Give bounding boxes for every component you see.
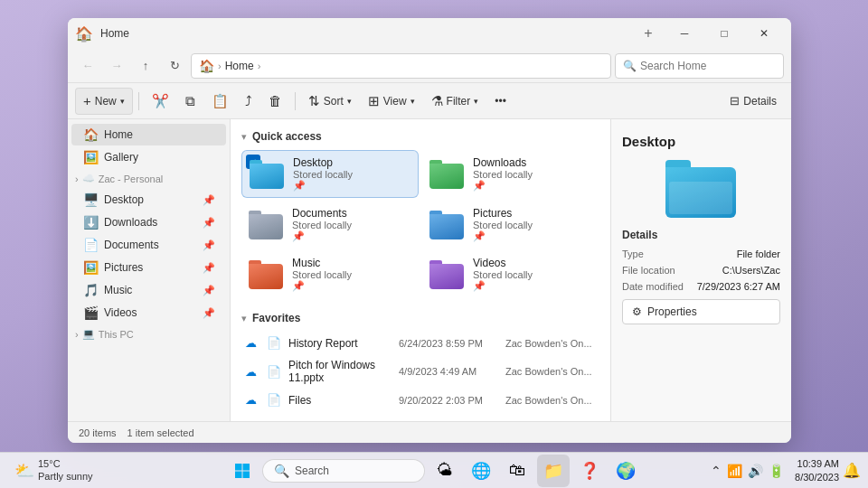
modified-row: Date modified 7/29/2023 6:27 AM: [622, 281, 780, 292]
cloud-sync-icon2: ☁: [245, 365, 259, 379]
cut-button[interactable]: ✂️: [145, 88, 176, 115]
battery-icon[interactable]: 🔋: [769, 464, 784, 478]
refresh-button[interactable]: ↻: [162, 53, 187, 79]
paste-button[interactable]: 📋: [204, 88, 236, 115]
big-folder-body: [665, 167, 736, 218]
taskbar: ⛅ 15°C Partly sunny 🔍 Search 🌤 🌐 🛍 📁 ❓ 🌍: [0, 452, 868, 488]
expand-thispc-icon: ›: [75, 329, 79, 340]
sidebar-expand-zac[interactable]: › ☁️ Zac - Personal: [68, 169, 230, 188]
help-button[interactable]: ❓: [573, 455, 606, 487]
file-explorer-taskbar-btn[interactable]: 📁: [537, 455, 570, 487]
sort-button[interactable]: ⇅ Sort ▾: [301, 88, 359, 115]
filter-chevron-icon: ▾: [474, 97, 478, 106]
favorites-header[interactable]: ▾ Favorites: [241, 312, 599, 324]
pin-marker-music: 📌: [292, 280, 411, 292]
tray-expand-icon[interactable]: ⌃: [711, 464, 722, 478]
home-sidebar-icon: 🏠: [82, 127, 99, 142]
qa-item-desktop[interactable]: ✓ Desktop Stored locally 📌: [241, 150, 419, 198]
new-tab-button[interactable]: +: [636, 21, 661, 46]
toolbar-separator2: [295, 92, 296, 110]
desktop-folder-icon: [250, 160, 286, 189]
clock-date: 8/30/2023: [795, 471, 839, 483]
sidebar-item-music[interactable]: 🎵 Music 📌: [71, 279, 226, 301]
qa-item-videos[interactable]: Videos Stored locally 📌: [422, 251, 599, 297]
breadcrumb-home-icon: 🏠: [199, 59, 214, 73]
pin-icon-doc: 📌: [203, 239, 215, 251]
notification-bell-icon[interactable]: 🔔: [843, 462, 861, 479]
details-panel-title: Desktop: [622, 134, 780, 149]
view-button[interactable]: ⊞ View ▾: [361, 88, 422, 115]
more-button[interactable]: •••: [487, 88, 514, 115]
view-chevron-icon: ▾: [410, 97, 415, 106]
system-clock[interactable]: 10:39 AM 8/30/2023: [795, 457, 839, 483]
quick-access-header[interactable]: ▾ Quick access: [241, 130, 599, 143]
weather-temp: 15°C: [38, 458, 93, 470]
paste-icon: 📋: [212, 93, 229, 109]
wifi-icon[interactable]: 📶: [727, 464, 742, 478]
copy-button[interactable]: ⧉: [178, 88, 203, 115]
details-icon: ⊟: [730, 94, 740, 108]
forward-button[interactable]: →: [104, 53, 129, 79]
sidebar-expand-thispc[interactable]: › 💻 This PC: [68, 324, 230, 343]
widgets-button[interactable]: 🌤: [429, 455, 461, 487]
breadcrumb-home[interactable]: Home: [225, 60, 254, 72]
pictures-info: Pictures Stored locally 📌: [473, 207, 592, 242]
close-button[interactable]: ✕: [744, 18, 784, 49]
weather-widget[interactable]: ⛅ 15°C Partly sunny: [7, 455, 100, 485]
share-icon: ⤴: [245, 93, 252, 108]
up-button[interactable]: ↑: [133, 53, 158, 79]
new-chevron-icon: ▾: [120, 97, 125, 106]
taskbar-search-text: Search: [295, 465, 329, 477]
system-tray: ⌃ 📶 🔊 🔋: [703, 460, 791, 482]
fav-item-pitch[interactable]: ☁ 📄 Pitch for Windows 11.pptx 4/9/2023 4…: [241, 354, 599, 389]
qa-chevron-icon: ▾: [241, 131, 247, 143]
edge-button[interactable]: 🌐: [465, 455, 497, 487]
location-label: File location: [622, 265, 675, 276]
share-button[interactable]: ⤴: [238, 88, 259, 115]
properties-button[interactable]: ⚙ Properties: [622, 299, 780, 324]
cloud-sync-icon3: ☁: [245, 393, 259, 407]
sidebar-item-downloads[interactable]: ⬇️ Downloads 📌: [71, 211, 226, 233]
start-button[interactable]: [226, 455, 259, 487]
cut-icon: ✂️: [152, 93, 169, 109]
fav-item-history[interactable]: ☁ 📄 History Report 6/24/2023 8:59 PM Zac…: [241, 332, 599, 354]
delete-button[interactable]: 🗑: [261, 88, 289, 115]
qa-item-documents[interactable]: Documents Stored locally 📌: [241, 202, 419, 248]
qa-item-downloads[interactable]: Downloads Stored locally 📌: [422, 150, 599, 198]
search-icon: 🔍: [623, 60, 637, 72]
filter-button[interactable]: ⚗ Filter ▾: [424, 88, 486, 115]
search-input[interactable]: [640, 60, 776, 72]
taskbar-search[interactable]: 🔍 Search: [262, 459, 425, 483]
favorites-title: Favorites: [252, 312, 300, 324]
volume-icon[interactable]: 🔊: [748, 464, 763, 478]
fav-item-files[interactable]: ☁ 📄 Files 9/20/2022 2:03 PM Zac Bowden's…: [241, 389, 599, 411]
minimize-button[interactable]: ─: [665, 18, 704, 49]
file-icon-files: 📄: [267, 393, 281, 407]
browser-button[interactable]: 🌍: [609, 455, 642, 487]
maximize-button[interactable]: □: [704, 18, 744, 49]
sort-chevron-icon: ▾: [347, 97, 352, 106]
gallery-sidebar-icon: 🖼️: [82, 150, 99, 164]
downloads-info: Downloads Stored locally 📌: [473, 156, 592, 192]
sidebar-item-home[interactable]: 🏠 Home: [71, 124, 226, 145]
store-button[interactable]: 🛍: [501, 455, 533, 487]
new-button[interactable]: + New ▾: [75, 88, 133, 115]
details-button[interactable]: ⊟ Details: [722, 90, 784, 111]
back-button[interactable]: ←: [75, 53, 100, 79]
quick-access-grid: ✓ Desktop Stored locally 📌: [241, 150, 599, 297]
qa-item-music[interactable]: Music Stored locally 📌: [241, 251, 419, 297]
sidebar-item-gallery[interactable]: 🖼️ Gallery: [71, 146, 226, 168]
sidebar-item-desktop[interactable]: 🖥️ Desktop 📌: [71, 189, 226, 211]
status-bar: 20 items 1 item selected: [68, 421, 791, 443]
search-box[interactable]: 🔍: [615, 53, 784, 79]
qa-item-pictures[interactable]: Pictures Stored locally 📌: [422, 202, 599, 248]
sidebar-item-videos[interactable]: 🎬 Videos 📌: [71, 302, 226, 324]
pin-marker-doc: 📌: [292, 230, 411, 242]
cloud-sync-icon: ☁: [245, 336, 259, 350]
sidebar-item-pictures[interactable]: 🖼️ Pictures 📌: [71, 257, 226, 278]
sidebar-item-documents[interactable]: 📄 Documents 📌: [71, 234, 226, 256]
filter-icon: ⚗: [431, 93, 443, 109]
taskbar-search-icon: 🔍: [274, 464, 289, 478]
weather-icon: ⛅: [14, 461, 34, 481]
breadcrumb-bar[interactable]: 🏠 › Home ›: [191, 53, 611, 79]
